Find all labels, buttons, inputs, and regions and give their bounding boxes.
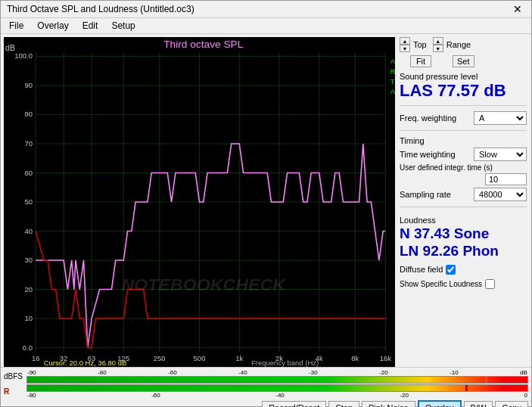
pink-noise-button[interactable]: Pink Noise	[362, 401, 415, 407]
top-label: Top	[413, 40, 427, 49]
set-button[interactable]: Set	[453, 55, 474, 67]
svg-text:Third octave SPL: Third octave SPL	[163, 39, 244, 50]
right-panel: ▲ ▼ Top ▲ ▼ Range Fit Set Sound pressur	[395, 34, 531, 367]
loudness-value-2: LN 92.26 Phon	[400, 243, 527, 260]
spl-section: Sound pressure level LAS 77.57 dB	[400, 72, 527, 100]
range-spinner[interactable]: ▲ ▼	[433, 37, 443, 52]
menu-edit[interactable]: Edit	[80, 20, 101, 32]
r-level-indicator	[465, 385, 468, 391]
svg-text:40: 40	[24, 228, 33, 235]
menu-file[interactable]: File	[7, 20, 26, 32]
svg-text:Cursor:  20.0 Hz, 36.80 dB: Cursor: 20.0 Hz, 36.80 dB	[44, 359, 127, 367]
integr-time-label: User defined integr. time (s)	[400, 163, 527, 172]
time-weighting-select[interactable]: Slow Fast Impulse	[474, 148, 527, 161]
freq-weighting-select[interactable]: A C Z	[474, 111, 527, 125]
main-content: 100.0 90 80 70 60 50 40 30 20 10 0.0 dB	[1, 34, 531, 367]
svg-text:A: A	[390, 88, 395, 95]
show-specific-row: Show Specific Loudness	[400, 279, 527, 289]
svg-text:80: 80	[24, 111, 33, 119]
time-weighting-label: Time weighting	[400, 150, 456, 159]
dbfs-level-indicator	[485, 377, 487, 383]
svg-text:10: 10	[24, 315, 33, 322]
title-bar: Third Octave SPL and Loudness (Untitled.…	[1, 1, 531, 18]
chart-svg: 100.0 90 80 70 60 50 40 30 20 10 0.0 dB	[4, 37, 395, 367]
stop-button[interactable]: Stop	[328, 401, 359, 407]
dbfs-meter-container: -90 -80 -60 -40 -30 -20 -10 dB	[26, 369, 528, 384]
freq-weighting-label: Freq. weighting	[400, 113, 456, 123]
button-row: Record/Reset Stop Pink Noise Overlay B/W…	[1, 399, 531, 407]
sampling-rate-select[interactable]: 48000 44100	[474, 188, 527, 201]
divider-2	[400, 130, 527, 131]
integr-time-input[interactable]	[485, 173, 527, 185]
sampling-rate-row: Sampling rate 48000 44100	[400, 188, 527, 201]
copy-button[interactable]: Copy	[495, 401, 528, 407]
r-meter-row: R -80 -60 -40 -20 0	[4, 384, 528, 399]
spl-label: Sound pressure level	[400, 72, 527, 81]
svg-text:50: 50	[24, 198, 33, 206]
loudness-label: Loudness	[400, 216, 527, 225]
top-spinner[interactable]: ▲ ▼	[400, 37, 410, 52]
dbfs-level-bar	[26, 376, 528, 384]
svg-text:500: 500	[194, 355, 206, 362]
scale-db: dB	[520, 369, 527, 376]
r-label: R	[4, 387, 25, 396]
svg-text:16: 16	[32, 355, 40, 362]
top-up-btn[interactable]: ▲	[400, 37, 410, 45]
scale-minus80: -80	[98, 369, 107, 376]
svg-text:Frequency band (Hz): Frequency band (Hz)	[251, 359, 319, 367]
r-scale-minus40: -40	[275, 392, 285, 399]
svg-text:60: 60	[24, 169, 33, 177]
svg-text:16k: 16k	[380, 355, 392, 362]
meter-section: dBFS -90 -80 -60 -40 -30 -20 -10 dB	[1, 368, 531, 399]
svg-text:dB: dB	[5, 44, 15, 52]
dbfs-meter-row: dBFS -90 -80 -60 -40 -30 -20 -10 dB	[4, 369, 528, 384]
show-specific-label: Show Specific Loudness	[400, 280, 482, 288]
diffuse-field-label: Diffuse field	[400, 265, 443, 274]
diffuse-field-checkbox[interactable]	[446, 265, 456, 275]
timing-label: Timing	[400, 136, 527, 145]
divider-1	[400, 105, 527, 106]
range-up-btn[interactable]: ▲	[433, 37, 443, 45]
r-scale-minus60: -60	[151, 392, 160, 399]
scale-minus40: -40	[238, 369, 247, 376]
loudness-value-1: N 37.43 Sone	[400, 225, 527, 243]
svg-text:100.0: 100.0	[14, 53, 33, 61]
svg-text:0.0: 0.0	[23, 344, 33, 352]
fit-button[interactable]: Fit	[410, 55, 431, 67]
bw-button[interactable]: B/W	[464, 401, 493, 407]
svg-text:30: 30	[24, 256, 33, 264]
show-specific-checkbox[interactable]	[485, 279, 495, 289]
menu-bar: File Overlay Edit Setup	[1, 18, 531, 34]
range-down-btn[interactable]: ▼	[433, 45, 443, 52]
scale-minus30: -30	[309, 369, 318, 376]
r-level-bar	[26, 384, 528, 392]
loudness-section: Loudness N 37.43 Sone LN 92.26 Phon	[400, 216, 527, 260]
svg-text:20: 20	[24, 286, 33, 294]
divider-3	[400, 207, 527, 207]
r-scale-minus80: -80	[27, 392, 36, 399]
svg-text:T: T	[390, 78, 395, 85]
overlay-button[interactable]: Overlay	[418, 400, 462, 407]
record-reset-button[interactable]: Record/Reset	[262, 401, 326, 407]
svg-text:8k: 8k	[351, 355, 359, 362]
svg-text:A: A	[390, 58, 395, 66]
diffuse-field-row: Diffuse field	[400, 265, 527, 275]
freq-weighting-row: Freq. weighting A C Z	[400, 111, 527, 125]
close-button[interactable]: ✕	[510, 4, 525, 14]
chart-area: 100.0 90 80 70 60 50 40 30 20 10 0.0 dB	[4, 37, 395, 367]
svg-text:NOTEBOOKCHECK: NOTEBOOKCHECK	[122, 275, 287, 294]
sampling-rate-label: Sampling rate	[400, 190, 451, 199]
scale-minus10: -10	[450, 369, 459, 376]
svg-text:250: 250	[154, 355, 166, 362]
time-weighting-row: Time weighting Slow Fast Impulse	[400, 148, 527, 161]
top-down-btn[interactable]: ▼	[400, 45, 410, 52]
svg-text:90: 90	[24, 82, 33, 89]
menu-overlay[interactable]: Overlay	[35, 20, 70, 32]
range-label: Range	[446, 40, 471, 49]
top-fit-controls: ▲ ▼ Top ▲ ▼ Range	[400, 37, 527, 52]
menu-setup[interactable]: Setup	[109, 20, 137, 32]
integr-time-row: User defined integr. time (s)	[400, 163, 527, 185]
dbfs-label: dBFS	[4, 372, 25, 381]
bottom-bar: dBFS -90 -80 -60 -40 -30 -20 -10 dB	[1, 367, 531, 406]
scale-minus60: -60	[168, 369, 177, 376]
